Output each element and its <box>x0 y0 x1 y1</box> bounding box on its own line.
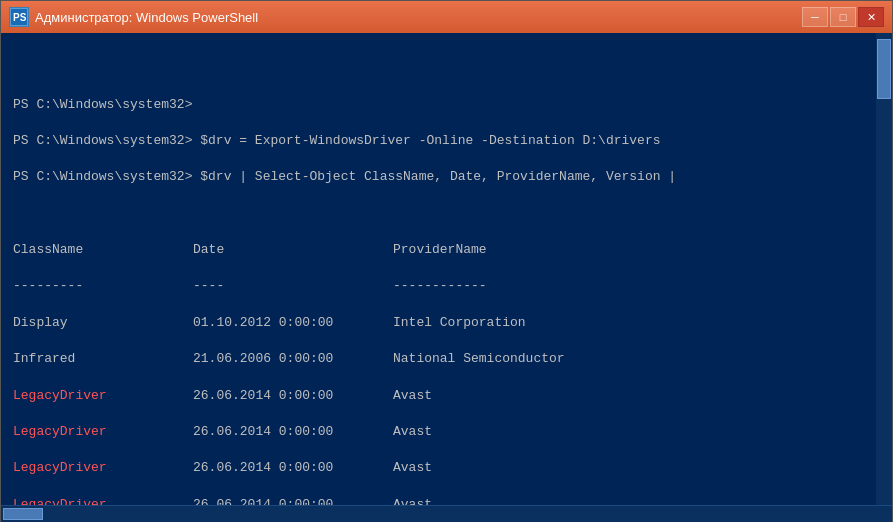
command-line-2: PS C:\Windows\system32> $drv | Select-Ob… <box>13 168 864 186</box>
vertical-scrollbar[interactable] <box>876 33 892 505</box>
window: PS Администратор: Windows PowerShell ─ □… <box>0 0 893 522</box>
window-title: Администратор: Windows PowerShell <box>35 10 258 25</box>
titlebar-left: PS Администратор: Windows PowerShell <box>9 7 258 27</box>
powershell-icon: PS <box>9 7 29 27</box>
close-button[interactable]: ✕ <box>858 7 884 27</box>
blank-line-1 <box>13 59 864 77</box>
scrollbar-corner <box>876 506 892 522</box>
row-legacy-2: LegacyDriver26.06.2014 0:00:00Avast <box>13 423 864 441</box>
console-output[interactable]: PS C:\Windows\system32> PS C:\Windows\sy… <box>1 33 876 505</box>
row-legacy-4: LegacyDriver26.06.2014 0:00:00Avast <box>13 496 864 505</box>
maximize-button[interactable]: □ <box>830 7 856 27</box>
row-legacy-1: LegacyDriver26.06.2014 0:00:00Avast <box>13 387 864 405</box>
command-line-1: PS C:\Windows\system32> $drv = Export-Wi… <box>13 132 864 150</box>
prompt-line-1: PS C:\Windows\system32> <box>13 96 864 114</box>
scrollbar-thumb-h[interactable] <box>3 508 43 520</box>
bottom-bar <box>1 505 892 521</box>
minimize-button[interactable]: ─ <box>802 7 828 27</box>
titlebar-buttons: ─ □ ✕ <box>802 7 884 27</box>
svg-text:PS: PS <box>13 12 27 23</box>
row-infrared: Infrared21.06.2006 0:00:00National Semic… <box>13 350 864 368</box>
dash-row: ------------------------- <box>13 277 864 295</box>
horizontal-scrollbar[interactable] <box>1 506 876 522</box>
header-row: ClassNameDateProviderName <box>13 241 864 259</box>
row-legacy-3: LegacyDriver26.06.2014 0:00:00Avast <box>13 459 864 477</box>
console-area: PS C:\Windows\system32> PS C:\Windows\sy… <box>1 33 892 505</box>
scrollbar-thumb-v[interactable] <box>877 39 891 99</box>
titlebar: PS Администратор: Windows PowerShell ─ □… <box>1 1 892 33</box>
blank-line-2 <box>13 205 864 223</box>
row-display: Display01.10.2012 0:00:00Intel Corporati… <box>13 314 864 332</box>
